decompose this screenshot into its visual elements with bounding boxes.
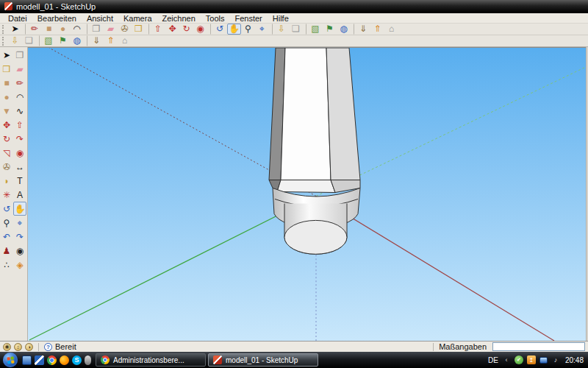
- section-plane-icon[interactable]: ◈: [13, 258, 26, 272]
- menu-fenster[interactable]: Fenster: [229, 13, 267, 24]
- zoom-extents-icon[interactable]: ⌖: [13, 216, 26, 230]
- share-model-icon[interactable]: ⇑: [104, 35, 118, 46]
- menu-hilfe[interactable]: Hilfe: [268, 13, 294, 24]
- look-around-icon[interactable]: ◉: [13, 244, 26, 258]
- scale-tool-icon[interactable]: ◹: [0, 146, 13, 160]
- offset-tool-icon[interactable]: ◉: [193, 24, 207, 35]
- status-badge-3[interactable]: ◑: [25, 343, 33, 351]
- rotate-tool-icon[interactable]: ↻: [0, 132, 13, 146]
- eraser-tool-icon[interactable]: ▰: [104, 24, 118, 35]
- circle-tool-icon[interactable]: ●: [0, 90, 13, 104]
- show-desktop-icon[interactable]: [22, 355, 32, 365]
- taskbar-item-sketchup[interactable]: modell_01 - SketchUp: [208, 353, 318, 367]
- dimension-tool-icon[interactable]: ↔: [13, 160, 26, 174]
- measurements-input[interactable]: [492, 342, 585, 351]
- make-component-icon[interactable]: ❐: [87, 24, 104, 35]
- toolbar-drag-handle[interactable]: [2, 37, 6, 46]
- taskbar-item-browser[interactable]: Administrationsbere...: [96, 353, 206, 367]
- pan-tool-icon[interactable]: ✋: [227, 24, 241, 35]
- warehouse-icon[interactable]: ⌂: [118, 35, 132, 46]
- freehand-tool-icon[interactable]: ∿: [13, 104, 26, 118]
- rectangle-tool-icon[interactable]: ■: [42, 24, 56, 35]
- zoom-tool-icon[interactable]: ⚲: [241, 24, 255, 35]
- follow-me-icon[interactable]: ↷: [13, 132, 26, 146]
- toggle-terrain-icon[interactable]: ⚑: [56, 35, 70, 46]
- offset-tool-icon[interactable]: ◉: [13, 146, 26, 160]
- network-icon[interactable]: [539, 357, 548, 364]
- position-camera-icon[interactable]: ♟: [0, 244, 13, 258]
- select-tool-icon[interactable]: ➤: [0, 48, 13, 62]
- share-model-icon[interactable]: ⇑: [370, 24, 384, 35]
- zoom-extents-icon[interactable]: ⌖: [255, 24, 269, 35]
- walk-tool-icon[interactable]: ∴: [0, 258, 13, 272]
- eraser-tool-icon[interactable]: ▰: [13, 62, 26, 76]
- menu-ansicht[interactable]: Ansicht: [82, 13, 118, 24]
- security-shield-icon[interactable]: ✔: [514, 355, 523, 364]
- mouse-settings-icon[interactable]: [85, 355, 91, 365]
- 3d-text-tool-icon[interactable]: A: [13, 188, 26, 202]
- menu-tools[interactable]: Tools: [201, 13, 230, 24]
- firefox-icon[interactable]: [60, 355, 69, 365]
- chrome-icon[interactable]: [47, 355, 57, 365]
- help-icon[interactable]: ?: [44, 343, 52, 351]
- get-current-view-icon[interactable]: ⇩: [8, 35, 22, 46]
- workspace: ➤❐❒▰■✏●◠▼∿✥⇧↻↷◹◉✇↔◗T✳A↺✋⚲⌖↶↷♟◉∴◈: [0, 47, 588, 341]
- arc-tool-icon[interactable]: ◠: [70, 24, 84, 35]
- clock[interactable]: 20:48: [565, 356, 584, 364]
- menu-datei[interactable]: Datei: [3, 13, 32, 24]
- line-tool-icon[interactable]: ✏: [25, 24, 42, 35]
- paint-bucket-icon[interactable]: ❒: [0, 62, 13, 76]
- start-button[interactable]: [3, 353, 18, 367]
- polygon-tool-icon[interactable]: ▼: [0, 104, 13, 118]
- menu-kamera[interactable]: Kamera: [118, 13, 157, 24]
- add-location-icon[interactable]: ▧: [39, 35, 56, 46]
- status-badge-1[interactable]: ◉: [3, 343, 11, 351]
- tray-collapse-icon[interactable]: ‹: [502, 355, 511, 364]
- separator: [433, 343, 434, 351]
- chamfer-center: [277, 180, 335, 193]
- move-tool-icon[interactable]: ✥: [165, 24, 179, 35]
- google-earth-icon[interactable]: ◍: [337, 24, 351, 35]
- orbit-tool-icon[interactable]: ↺: [210, 24, 227, 35]
- menu-zeichnen[interactable]: Zeichnen: [157, 13, 201, 24]
- push-pull-icon[interactable]: ⇧: [13, 118, 26, 132]
- zoom-tool-icon[interactable]: ⚲: [0, 216, 13, 230]
- text-tool-icon[interactable]: T: [13, 174, 26, 188]
- status-badge-2[interactable]: ↕: [14, 343, 22, 351]
- zoom-previous-icon[interactable]: ↶: [0, 230, 13, 244]
- journal-icon[interactable]: [35, 355, 44, 365]
- menu-bearbeiten[interactable]: Bearbeiten: [32, 13, 82, 24]
- modeling-viewport[interactable]: [28, 47, 586, 341]
- paint-bucket-icon[interactable]: ❒: [132, 24, 146, 35]
- protractor-tool-icon[interactable]: ◗: [0, 174, 13, 188]
- get-models-icon[interactable]: ⇓: [354, 24, 370, 35]
- photo-textures-icon[interactable]: ❏: [22, 35, 36, 46]
- get-current-view-icon[interactable]: ⇩: [272, 24, 289, 35]
- get-models-icon[interactable]: ⇓: [87, 35, 104, 46]
- orbit-tool-icon[interactable]: ↺: [0, 202, 13, 216]
- language-indicator[interactable]: DE: [488, 356, 498, 364]
- arc-tool-icon[interactable]: ◠: [13, 90, 26, 104]
- zoom-next-icon[interactable]: ↷: [13, 230, 26, 244]
- volume-icon[interactable]: ♪: [551, 355, 560, 364]
- toggle-terrain-icon[interactable]: ⚑: [323, 24, 337, 35]
- pan-tool-icon[interactable]: ✋: [13, 202, 26, 216]
- photo-textures-icon[interactable]: ❏: [289, 24, 303, 35]
- tape-measure-icon[interactable]: ✇: [0, 160, 13, 174]
- warehouse-icon[interactable]: ⌂: [384, 24, 398, 35]
- push-pull-icon[interactable]: ⇧: [148, 24, 165, 35]
- select-tool-icon[interactable]: ➤: [8, 24, 22, 35]
- tape-measure-icon[interactable]: ✇: [118, 24, 132, 35]
- circle-tool-icon[interactable]: ●: [56, 24, 70, 35]
- move-tool-icon[interactable]: ✥: [0, 118, 13, 132]
- axes-tool-icon[interactable]: ✳: [0, 188, 13, 202]
- google-earth-icon[interactable]: ◍: [70, 35, 84, 46]
- make-component-icon[interactable]: ❐: [13, 48, 26, 62]
- toolbar-drag-handle[interactable]: [2, 25, 6, 34]
- update-icon[interactable]: ↥: [527, 355, 536, 364]
- skype-icon[interactable]: S: [72, 355, 82, 365]
- line-tool-icon[interactable]: ✏: [13, 76, 26, 90]
- rotate-tool-icon[interactable]: ↻: [179, 24, 193, 35]
- add-location-icon[interactable]: ▧: [306, 24, 323, 35]
- rectangle-tool-icon[interactable]: ■: [0, 76, 13, 90]
